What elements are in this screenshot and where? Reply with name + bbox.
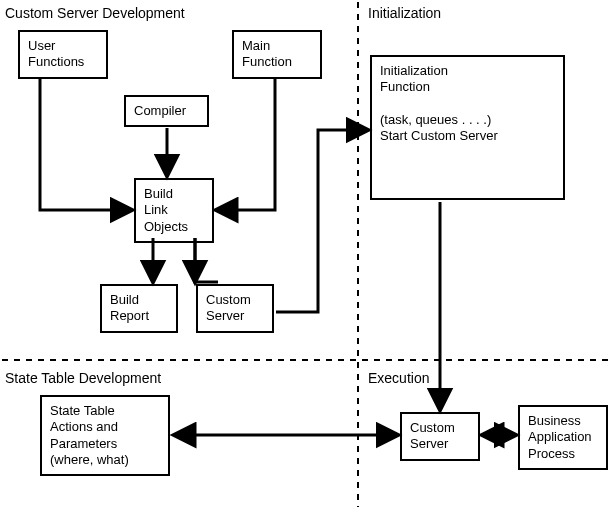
- box-build-report: BuildReport: [100, 284, 178, 333]
- arrow-userfn-to-buildlink: [40, 78, 132, 210]
- box-initialization-function: InitializationFunction(task, queues . . …: [370, 55, 565, 200]
- box-state-table-actions: State TableActions andParameters(where, …: [40, 395, 170, 476]
- diagram-canvas: Custom Server Development Initialization…: [0, 0, 616, 509]
- section-title-state-table-dev: State Table Development: [5, 370, 161, 386]
- box-user-functions: UserFunctions: [18, 30, 108, 79]
- box-compiler: Compiler: [124, 95, 209, 127]
- section-title-custom-server-dev: Custom Server Development: [5, 5, 185, 21]
- box-main-function: MainFunction: [232, 30, 322, 79]
- box-business-application-process: BusinessApplicationProcess: [518, 405, 608, 470]
- arrow-mainfn-to-buildlink: [216, 78, 275, 210]
- section-title-execution: Execution: [368, 370, 429, 386]
- arrow-customserver-to-initfn: [276, 130, 368, 312]
- section-title-initialization: Initialization: [368, 5, 441, 21]
- box-custom-server-bottom: CustomServer: [400, 412, 480, 461]
- box-custom-server-top: CustomServer: [196, 284, 274, 333]
- arrow-buildlink-to-customserver-seg: [195, 238, 218, 282]
- box-build-link-objects: BuildLinkObjects: [134, 178, 214, 243]
